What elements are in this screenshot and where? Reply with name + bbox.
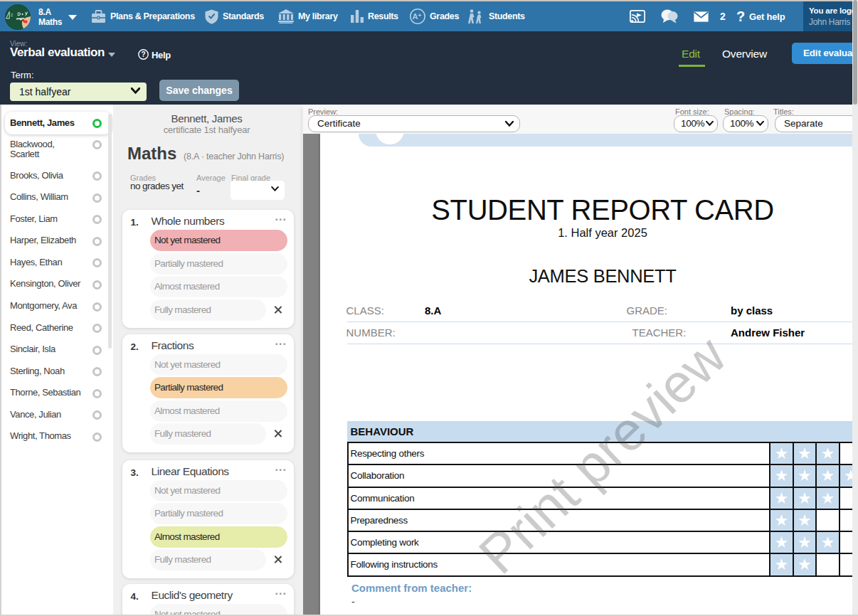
- svg-text:?: ?: [141, 51, 145, 58]
- svg-text:A⁺: A⁺: [412, 12, 422, 21]
